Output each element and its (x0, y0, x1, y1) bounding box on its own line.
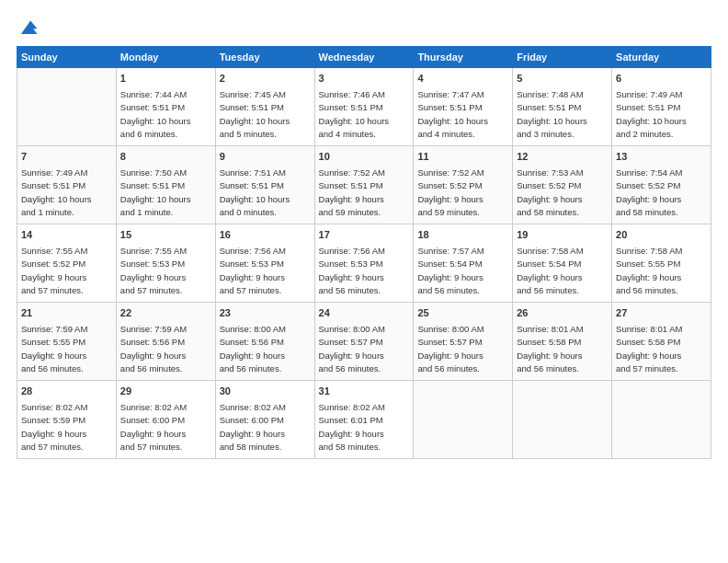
day-number: 5 (517, 72, 608, 86)
day-info: Sunrise: 7:51 AM Sunset: 5:51 PM Dayligh… (220, 167, 290, 218)
calendar-cell: 24Sunrise: 8:00 AM Sunset: 5:57 PM Dayli… (314, 302, 414, 380)
day-number: 8 (120, 150, 211, 165)
calendar-cell: 9Sunrise: 7:51 AM Sunset: 5:51 PM Daylig… (215, 145, 314, 224)
day-number: 23 (220, 306, 311, 321)
weekday-header-friday: Friday (513, 47, 612, 68)
calendar-cell: 26Sunrise: 8:01 AM Sunset: 5:58 PM Dayli… (513, 302, 612, 380)
calendar-cell: 31Sunrise: 8:02 AM Sunset: 6:01 PM Dayli… (314, 380, 414, 458)
calendar-cell: 5Sunrise: 7:48 AM Sunset: 5:51 PM Daylig… (513, 68, 612, 146)
calendar-cell: 13Sunrise: 7:54 AM Sunset: 5:52 PM Dayli… (612, 145, 711, 224)
day-number: 2 (220, 72, 311, 86)
day-number: 17 (319, 228, 410, 243)
day-number: 21 (21, 306, 112, 321)
calendar-cell: 3Sunrise: 7:46 AM Sunset: 5:51 PM Daylig… (314, 68, 414, 146)
day-number: 20 (616, 228, 707, 243)
day-info: Sunrise: 8:02 AM Sunset: 6:01 PM Dayligh… (319, 402, 385, 453)
day-info: Sunrise: 7:49 AM Sunset: 5:51 PM Dayligh… (616, 89, 687, 140)
day-info: Sunrise: 8:00 AM Sunset: 5:56 PM Dayligh… (220, 324, 286, 374)
calendar-cell: 29Sunrise: 8:02 AM Sunset: 6:00 PM Dayli… (116, 380, 215, 458)
day-number: 30 (220, 385, 311, 399)
calendar-week-4: 21Sunrise: 7:59 AM Sunset: 5:55 PM Dayli… (17, 302, 711, 380)
day-number: 18 (417, 228, 508, 243)
calendar-cell: 8Sunrise: 7:50 AM Sunset: 5:51 PM Daylig… (116, 145, 215, 224)
day-info: Sunrise: 7:54 AM Sunset: 5:52 PM Dayligh… (616, 167, 682, 218)
calendar-cell (414, 380, 513, 458)
day-number: 9 (220, 150, 311, 165)
day-number: 13 (616, 150, 707, 165)
day-number: 15 (120, 228, 211, 243)
calendar-cell: 16Sunrise: 7:56 AM Sunset: 5:53 PM Dayli… (215, 224, 314, 302)
day-info: Sunrise: 7:56 AM Sunset: 5:53 PM Dayligh… (220, 246, 286, 296)
day-number: 4 (417, 72, 508, 86)
calendar-cell: 4Sunrise: 7:47 AM Sunset: 5:51 PM Daylig… (414, 68, 513, 146)
day-info: Sunrise: 7:52 AM Sunset: 5:51 PM Dayligh… (319, 167, 385, 218)
calendar-cell: 1Sunrise: 7:44 AM Sunset: 5:51 PM Daylig… (116, 68, 215, 146)
calendar-cell: 19Sunrise: 7:58 AM Sunset: 5:54 PM Dayli… (513, 224, 612, 302)
logo-icon (18, 17, 39, 37)
day-info: Sunrise: 7:47 AM Sunset: 5:51 PM Dayligh… (417, 89, 488, 140)
day-number: 14 (21, 228, 112, 243)
day-number: 25 (417, 306, 508, 321)
calendar-cell: 25Sunrise: 8:00 AM Sunset: 5:57 PM Dayli… (414, 302, 513, 380)
weekday-header-monday: Monday (116, 47, 215, 68)
day-info: Sunrise: 7:56 AM Sunset: 5:53 PM Dayligh… (319, 246, 385, 296)
calendar-cell: 20Sunrise: 7:58 AM Sunset: 5:55 PM Dayli… (612, 224, 711, 302)
calendar-cell: 10Sunrise: 7:52 AM Sunset: 5:51 PM Dayli… (314, 145, 414, 224)
day-info: Sunrise: 7:48 AM Sunset: 5:51 PM Dayligh… (517, 89, 587, 140)
day-info: Sunrise: 7:49 AM Sunset: 5:51 PM Dayligh… (21, 167, 92, 218)
logo (17, 17, 39, 37)
day-info: Sunrise: 7:44 AM Sunset: 5:51 PM Dayligh… (120, 89, 191, 140)
day-info: Sunrise: 8:02 AM Sunset: 6:00 PM Dayligh… (120, 402, 187, 453)
calendar-cell: 11Sunrise: 7:52 AM Sunset: 5:52 PM Dayli… (414, 145, 513, 224)
day-info: Sunrise: 7:50 AM Sunset: 5:51 PM Dayligh… (120, 167, 191, 218)
day-number: 6 (616, 72, 707, 86)
calendar-cell: 14Sunrise: 7:55 AM Sunset: 5:52 PM Dayli… (17, 224, 117, 302)
calendar-cell (513, 380, 612, 458)
day-number: 12 (517, 150, 608, 165)
day-number: 10 (319, 150, 410, 165)
day-number: 28 (21, 385, 112, 399)
calendar-cell: 23Sunrise: 8:00 AM Sunset: 5:56 PM Dayli… (215, 302, 314, 380)
calendar-week-2: 7Sunrise: 7:49 AM Sunset: 5:51 PM Daylig… (17, 145, 711, 224)
calendar-week-3: 14Sunrise: 7:55 AM Sunset: 5:52 PM Dayli… (17, 224, 711, 302)
day-number: 27 (616, 306, 707, 321)
day-number: 7 (21, 150, 112, 165)
day-info: Sunrise: 7:46 AM Sunset: 5:51 PM Dayligh… (319, 89, 390, 140)
day-number: 31 (319, 385, 410, 399)
day-info: Sunrise: 8:01 AM Sunset: 5:58 PM Dayligh… (616, 324, 682, 374)
day-number: 11 (417, 150, 508, 165)
day-number: 19 (517, 228, 608, 243)
day-number: 16 (220, 228, 311, 243)
calendar-week-1: 1Sunrise: 7:44 AM Sunset: 5:51 PM Daylig… (17, 68, 711, 146)
weekday-header-row: SundayMondayTuesdayWednesdayThursdayFrid… (17, 47, 711, 68)
svg-marker-0 (21, 20, 38, 34)
day-info: Sunrise: 7:59 AM Sunset: 5:56 PM Dayligh… (120, 324, 187, 374)
day-info: Sunrise: 7:55 AM Sunset: 5:53 PM Dayligh… (120, 246, 187, 296)
day-info: Sunrise: 7:58 AM Sunset: 5:54 PM Dayligh… (517, 246, 583, 296)
calendar-cell: 28Sunrise: 8:02 AM Sunset: 5:59 PM Dayli… (17, 380, 117, 458)
calendar-cell: 7Sunrise: 7:49 AM Sunset: 5:51 PM Daylig… (17, 145, 117, 224)
day-info: Sunrise: 8:02 AM Sunset: 6:00 PM Dayligh… (220, 402, 286, 453)
weekday-header-saturday: Saturday (612, 47, 711, 68)
calendar-week-5: 28Sunrise: 8:02 AM Sunset: 5:59 PM Dayli… (17, 380, 711, 458)
day-info: Sunrise: 8:00 AM Sunset: 5:57 PM Dayligh… (417, 324, 483, 374)
weekday-header-sunday: Sunday (17, 47, 117, 68)
weekday-header-wednesday: Wednesday (314, 47, 414, 68)
day-info: Sunrise: 7:53 AM Sunset: 5:52 PM Dayligh… (517, 167, 583, 218)
calendar-cell: 27Sunrise: 8:01 AM Sunset: 5:58 PM Dayli… (612, 302, 711, 380)
calendar-cell: 22Sunrise: 7:59 AM Sunset: 5:56 PM Dayli… (116, 302, 215, 380)
day-info: Sunrise: 7:58 AM Sunset: 5:55 PM Dayligh… (616, 246, 682, 296)
day-info: Sunrise: 8:01 AM Sunset: 5:58 PM Dayligh… (517, 324, 583, 374)
calendar-cell: 12Sunrise: 7:53 AM Sunset: 5:52 PM Dayli… (513, 145, 612, 224)
calendar-cell: 2Sunrise: 7:45 AM Sunset: 5:51 PM Daylig… (215, 68, 314, 146)
calendar-table: SundayMondayTuesdayWednesdayThursdayFrid… (17, 46, 711, 459)
day-number: 3 (319, 72, 410, 86)
weekday-header-tuesday: Tuesday (215, 47, 314, 68)
day-info: Sunrise: 8:02 AM Sunset: 5:59 PM Dayligh… (21, 402, 87, 453)
calendar-cell: 6Sunrise: 7:49 AM Sunset: 5:51 PM Daylig… (612, 68, 711, 146)
calendar-cell: 17Sunrise: 7:56 AM Sunset: 5:53 PM Dayli… (314, 224, 414, 302)
page: SundayMondayTuesdayWednesdayThursdayFrid… (0, 0, 728, 563)
day-info: Sunrise: 7:45 AM Sunset: 5:51 PM Dayligh… (220, 89, 290, 140)
calendar-cell: 21Sunrise: 7:59 AM Sunset: 5:55 PM Dayli… (17, 302, 117, 380)
day-info: Sunrise: 7:59 AM Sunset: 5:55 PM Dayligh… (21, 324, 87, 374)
